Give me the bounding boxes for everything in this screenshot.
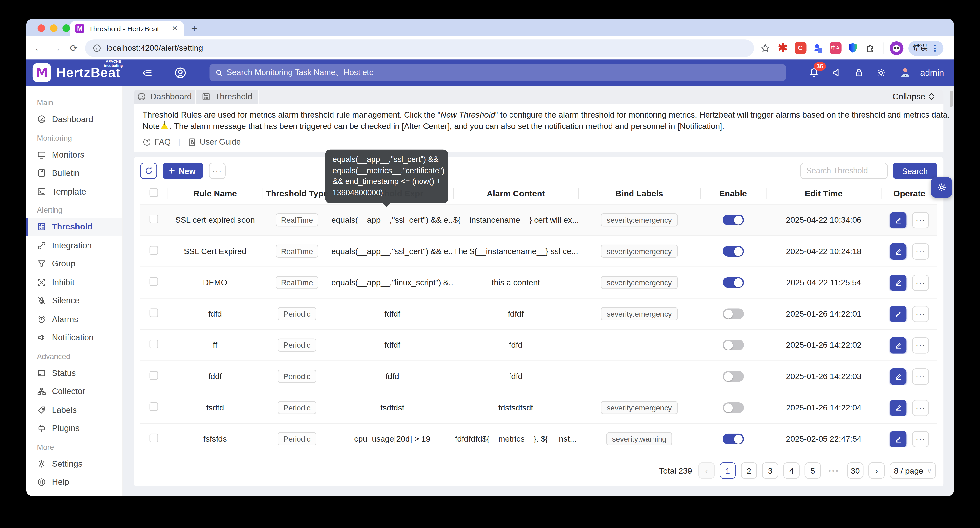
tab-dashboard[interactable]: Dashboard xyxy=(134,89,196,104)
enable-toggle[interactable] xyxy=(722,246,744,257)
browser-tab[interactable]: M Threshold - HertzBeat ✕ xyxy=(70,21,184,37)
select-all-checkbox[interactable] xyxy=(150,188,158,197)
hertzbeat-logo[interactable]: M xyxy=(33,63,51,82)
edit-button[interactable] xyxy=(889,337,907,353)
more-actions-button[interactable]: ··· xyxy=(208,163,226,179)
minimize-window-button[interactable] xyxy=(50,24,57,32)
bookmark-star-icon[interactable] xyxy=(759,41,772,54)
sidebar-item-template[interactable]: Template xyxy=(26,182,123,201)
forward-icon[interactable]: → xyxy=(50,43,62,53)
page-button-30[interactable]: 30 xyxy=(847,463,863,479)
enable-toggle[interactable] xyxy=(722,215,744,225)
row-checkbox[interactable] xyxy=(150,308,158,317)
threshold-search-input[interactable] xyxy=(800,163,888,179)
maximize-window-button[interactable] xyxy=(62,24,70,32)
browser-profile-pill[interactable]: 错误 ⋮ xyxy=(908,40,943,55)
sidebar-item-labels[interactable]: Labels xyxy=(26,401,123,419)
github-icon[interactable] xyxy=(173,66,187,79)
row-more-button[interactable]: ··· xyxy=(912,399,929,416)
browser-menu-icon[interactable]: ⋮ xyxy=(931,43,939,53)
edit-button[interactable] xyxy=(889,399,907,416)
edit-button[interactable] xyxy=(889,212,907,228)
row-more-button[interactable]: ··· xyxy=(912,431,929,447)
sidebar-item-settings[interactable]: Settings xyxy=(26,455,123,473)
sidebar-item-collector[interactable]: Collector xyxy=(26,382,123,400)
page-scrollbar-thumb[interactable] xyxy=(950,91,953,107)
row-more-button[interactable]: ··· xyxy=(912,337,929,353)
table-settings-button[interactable] xyxy=(931,177,952,198)
sidebar-item-group[interactable]: Group xyxy=(26,255,123,273)
sidebar-item-inhibit[interactable]: Inhibit xyxy=(26,273,123,292)
row-more-button[interactable]: ··· xyxy=(912,306,929,322)
enable-toggle[interactable] xyxy=(722,308,744,319)
tab-threshold[interactable]: Threshold xyxy=(196,89,259,104)
sidebar-item-integration[interactable]: Integration xyxy=(26,236,123,255)
enable-toggle[interactable] xyxy=(722,371,744,381)
enable-toggle[interactable] xyxy=(722,340,744,350)
username-text[interactable]: admin xyxy=(920,67,944,77)
row-more-button[interactable]: ··· xyxy=(912,368,929,384)
edit-button[interactable] xyxy=(889,431,907,447)
sidebar-item-bulletin[interactable]: Bulletin xyxy=(26,164,123,182)
extensions-puzzle-icon[interactable] xyxy=(864,41,877,54)
back-icon[interactable]: ← xyxy=(33,43,45,53)
edit-button[interactable] xyxy=(889,306,907,322)
address-bar[interactable]: localhost:4200/alert/setting xyxy=(85,39,754,57)
sidebar-item-monitors[interactable]: Monitors xyxy=(26,145,123,164)
user-avatar[interactable] xyxy=(898,65,912,80)
search-button[interactable]: Search xyxy=(893,163,937,179)
row-more-button[interactable]: ··· xyxy=(912,243,929,259)
close-window-button[interactable] xyxy=(38,24,45,32)
sidebar-item-threshold[interactable]: Threshold xyxy=(26,218,123,236)
announcement-icon[interactable] xyxy=(832,67,842,78)
new-tab-button[interactable]: + xyxy=(191,23,197,35)
sidebar-item-alarms[interactable]: Alarms xyxy=(26,310,123,329)
extension-assistant-icon[interactable]: i xyxy=(811,41,824,54)
global-search-input[interactable]: Search Monitoring Task Name、Host etc xyxy=(209,64,786,81)
edit-button[interactable] xyxy=(889,274,907,290)
extension-flower-icon[interactable]: ✱ xyxy=(776,41,789,54)
edit-button[interactable] xyxy=(889,368,907,384)
extension-c-icon[interactable]: C xyxy=(794,41,807,54)
faq-link[interactable]: FAQ xyxy=(143,137,171,147)
extension-translate-icon[interactable]: 中A xyxy=(829,41,842,54)
menu-fold-icon[interactable] xyxy=(142,67,152,78)
collapse-toggle[interactable]: Collapse xyxy=(892,89,943,104)
extension-shield-icon[interactable] xyxy=(846,41,859,54)
row-checkbox[interactable] xyxy=(150,215,158,223)
row-checkbox[interactable] xyxy=(150,277,158,286)
sidebar-item-silence[interactable]: Silence xyxy=(26,292,123,310)
page-button-3[interactable]: 3 xyxy=(762,463,778,479)
sidebar-item-plugins[interactable]: Plugins xyxy=(26,419,123,437)
settings-gear-icon[interactable] xyxy=(876,67,886,78)
refresh-button[interactable] xyxy=(140,163,157,179)
edit-button[interactable] xyxy=(889,243,907,259)
row-more-button[interactable]: ··· xyxy=(912,212,929,228)
row-checkbox[interactable] xyxy=(150,246,158,255)
row-checkbox[interactable] xyxy=(150,402,158,411)
row-checkbox[interactable] xyxy=(150,340,158,348)
prev-page-button[interactable]: ‹ xyxy=(698,463,714,479)
page-button-2[interactable]: 2 xyxy=(741,463,757,479)
row-checkbox[interactable] xyxy=(150,371,158,380)
sidebar-item-status[interactable]: Status xyxy=(26,364,123,382)
sidebar-item-help[interactable]: Help xyxy=(26,473,123,491)
browser-profile-avatar[interactable] xyxy=(889,41,903,55)
page-button-4[interactable]: 4 xyxy=(783,463,800,479)
page-button-5[interactable]: 5 xyxy=(805,463,821,479)
enable-toggle[interactable] xyxy=(722,277,744,288)
row-checkbox[interactable] xyxy=(150,434,158,442)
reload-icon[interactable]: ⟳ xyxy=(67,42,80,54)
sidebar-item-dashboard[interactable]: Dashboard xyxy=(26,110,123,128)
row-more-button[interactable]: ··· xyxy=(912,274,929,290)
next-page-button[interactable]: › xyxy=(869,463,885,479)
user-guide-link[interactable]: User Guide xyxy=(188,137,241,147)
notifications-bell-icon[interactable]: 36 xyxy=(808,67,819,78)
tab-close-icon[interactable]: ✕ xyxy=(170,24,179,33)
sidebar-item-notification[interactable]: Notification xyxy=(26,329,123,347)
page-size-select[interactable]: 8 / page∨ xyxy=(889,463,936,479)
enable-toggle[interactable] xyxy=(722,402,744,413)
page-button-1[interactable]: 1 xyxy=(719,463,736,479)
new-threshold-button[interactable]: New xyxy=(162,163,203,179)
enable-toggle[interactable] xyxy=(722,434,744,444)
